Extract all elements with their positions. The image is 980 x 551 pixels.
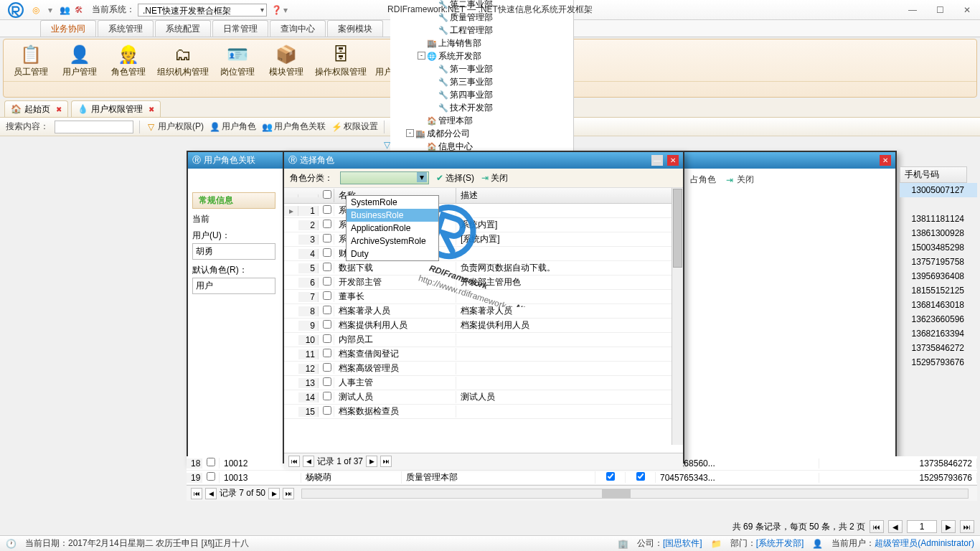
table-row[interactable]: 5数据下载负责网页数据自动下载。 — [284, 261, 683, 276]
table-row[interactable]: 2系系统内置] — [284, 218, 683, 232]
bg-last[interactable]: ⏭ — [283, 488, 294, 499]
doctab-home[interactable]: 🏠起始页✖ — [4, 100, 68, 117]
help-icon[interactable]: ❓ — [271, 5, 282, 15]
ribbon-role[interactable]: 👷角色管理 — [105, 42, 151, 80]
tree-node[interactable]: -🏬成都分公司 — [393, 127, 570, 140]
grid-body[interactable]: ▸1系2系系统内置]3系统配置员[系统内置]4财务主管5数据下载负责网页数据自动… — [284, 204, 683, 453]
modal2-min-icon[interactable]: — — [651, 155, 663, 166]
tree-toggle[interactable]: - — [418, 52, 425, 60]
tab-query[interactable]: 查询中心 — [270, 20, 326, 37]
tree-toggle[interactable]: - — [406, 129, 414, 137]
btn-occupy-role[interactable]: 占角色 — [690, 174, 716, 186]
ribbon-module[interactable]: 📦模块管理 — [263, 42, 309, 80]
close-button[interactable]: ✕ — [960, 5, 974, 15]
tab-business[interactable]: 业务协同 — [40, 20, 96, 37]
btn-userrole[interactable]: 👤用户角色 — [209, 121, 256, 133]
row-checkbox[interactable] — [323, 277, 331, 286]
btn-select[interactable]: ✔选择(S) — [436, 172, 474, 184]
table-row[interactable]: 12档案高级管理员 — [284, 362, 683, 376]
col-desc[interactable]: 描述 — [456, 188, 683, 203]
vertical-scrollbar[interactable] — [672, 188, 683, 445]
dropdown-item[interactable]: Duty — [347, 248, 438, 260]
ribbon-post[interactable]: 🪪岗位管理 — [215, 42, 260, 80]
pager-first[interactable]: ⏮ — [288, 456, 300, 467]
row-checkbox[interactable] — [323, 377, 331, 386]
row-checkbox[interactable] — [323, 234, 331, 242]
modal2-close-icon[interactable]: ✕ — [667, 155, 679, 166]
ribbon-org[interactable]: 🗂组织机构管理 — [154, 42, 212, 80]
close-tab-icon[interactable]: ✖ — [56, 105, 62, 113]
pager-next[interactable]: ▶ — [366, 456, 377, 467]
dropdown-item[interactable]: BusinessRole — [347, 209, 438, 222]
row-checkbox[interactable] — [323, 205, 331, 214]
tree-node[interactable]: 🔧工程管理部 — [393, 24, 570, 37]
ribbon-user[interactable]: 👤用户管理 — [57, 42, 103, 80]
header-checkbox[interactable] — [323, 190, 331, 199]
bg-first[interactable]: ⏮ — [191, 488, 202, 499]
row-checkbox[interactable] — [323, 363, 331, 372]
tab-sysconfig[interactable]: 系统配置 — [155, 20, 211, 37]
btn-permset[interactable]: ⚡权限设置 — [331, 121, 378, 133]
page-input[interactable] — [907, 520, 937, 533]
maximize-button[interactable]: ☐ — [933, 5, 947, 15]
page-next[interactable]: ▶ — [941, 520, 956, 533]
pager-prev[interactable]: ◀ — [303, 456, 314, 467]
row-checkbox[interactable] — [323, 306, 331, 314]
phone-header[interactable]: 手机号码 — [900, 166, 967, 183]
ribbon-opperm[interactable]: 🗄操作权限管理 — [312, 42, 369, 80]
btn-userperm[interactable]: ▽用户权限(P) — [146, 121, 204, 133]
user-field[interactable]: 胡勇 — [192, 243, 275, 260]
tab-sysmgmt[interactable]: 系统管理 — [98, 20, 154, 37]
table-row[interactable]: 4财务主管 — [284, 247, 683, 261]
table-row[interactable]: 11档案查借阅登记 — [284, 347, 683, 362]
bg-next[interactable]: ▶ — [268, 488, 280, 499]
table-row[interactable]: ▸1系 — [284, 204, 683, 218]
row-checkbox[interactable] — [323, 263, 331, 271]
tab-daily[interactable]: 日常管理 — [212, 20, 268, 37]
tools-icon[interactable]: 🛠 — [73, 4, 85, 16]
page-prev[interactable]: ◀ — [888, 520, 903, 533]
tab-examples[interactable]: 案例模块 — [327, 20, 383, 37]
table-row[interactable]: 10内部员工 — [284, 333, 683, 347]
table-row[interactable]: 1910013杨晓萌质量管理本部7045765343...15295793676 — [187, 471, 977, 485]
tree-node[interactable]: 🏬上海销售部 — [393, 37, 570, 50]
tree-node[interactable]: 🔧第三事业部 — [393, 75, 570, 88]
dropdown-icon[interactable]: ▾ — [44, 4, 56, 16]
minimize-button[interactable]: — — [905, 5, 920, 15]
page-first[interactable]: ⏮ — [870, 520, 884, 533]
doctab-userperm[interactable]: 💧用户权限管理✖ — [71, 100, 161, 117]
page-last[interactable]: ⏭ — [960, 520, 974, 533]
table-row[interactable]: 6开发部主管开发部主管用色 — [284, 276, 683, 290]
row-checkbox[interactable] — [323, 349, 331, 357]
row-checkbox[interactable] — [323, 291, 331, 300]
row-checkbox[interactable] — [323, 334, 331, 343]
target-icon[interactable]: ◎ — [30, 4, 42, 16]
close-tab-icon[interactable]: ✖ — [149, 105, 154, 113]
row-checkbox[interactable] — [323, 320, 331, 329]
ribbon-staff[interactable]: 📋员工管理 — [8, 42, 54, 80]
btn-userrolelink[interactable]: 👥用户角色关联 — [262, 121, 326, 133]
row-checkbox[interactable] — [323, 392, 331, 400]
pager-last[interactable]: ⏭ — [380, 456, 392, 467]
table-row[interactable]: 14测试人员测试人员 — [284, 390, 683, 405]
tree-node[interactable]: -🌐系统开发部 — [393, 50, 570, 62]
rolecat-combo[interactable]: ▾ — [340, 171, 429, 184]
table-row[interactable]: 15档案数据检查员 — [284, 405, 683, 419]
bg-prev[interactable]: ◀ — [205, 488, 217, 499]
horizontal-scrollbar[interactable] — [301, 489, 969, 499]
tree-node[interactable]: 🔧第一事业部 — [393, 62, 570, 75]
btn-mod2-close[interactable]: ⇥关闭 — [481, 172, 508, 184]
dropdown-item[interactable]: SystemRole — [347, 196, 438, 209]
tree-node[interactable]: 🔧技术开发部 — [393, 101, 570, 114]
table-row[interactable]: 8档案著录人员档案著录人员 — [284, 304, 683, 319]
defrole-field[interactable]: 用户 — [192, 278, 275, 294]
tree-node[interactable]: 🔧第四事业部 — [393, 88, 570, 101]
current-system-combo[interactable]: .NET快速开发整合框架 — [138, 4, 267, 17]
tree-node[interactable]: 🏠管理本部 — [393, 114, 570, 127]
row-checkbox[interactable] — [323, 248, 331, 257]
rolecat-dropdown[interactable]: SystemRoleBusinessRoleApplicationRoleArc… — [346, 195, 439, 261]
row-checkbox[interactable] — [323, 406, 331, 415]
users-icon[interactable]: 👥 — [59, 4, 70, 16]
search-input[interactable] — [55, 121, 133, 133]
dropdown-item[interactable]: ApplicationRole — [347, 222, 438, 235]
